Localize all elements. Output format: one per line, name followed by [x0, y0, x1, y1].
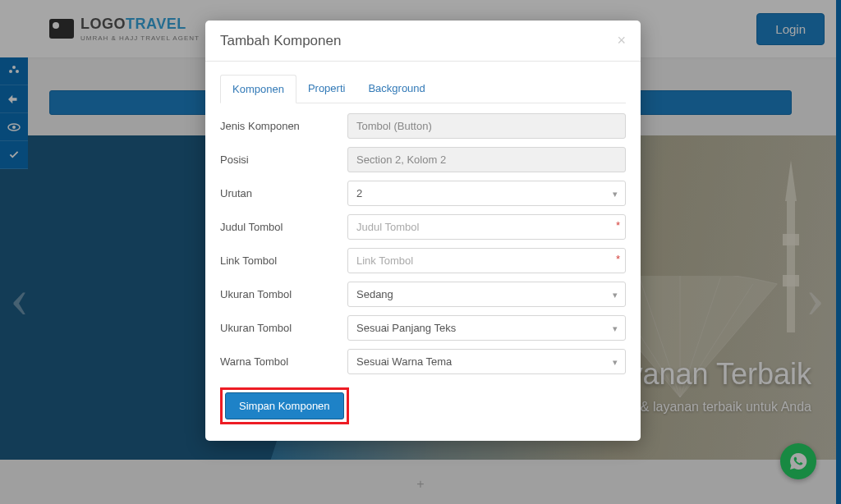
label-judul: Judul Tombol — [220, 221, 347, 233]
field-ukuran2[interactable] — [347, 315, 626, 341]
label-ukuran1: Ukuran Tombol — [220, 288, 347, 300]
modal-header: Tambah Komponen × — [205, 21, 641, 62]
label-jenis: Jenis Komponen — [220, 120, 347, 132]
label-urutan: Urutan — [220, 187, 347, 199]
label-link: Link Tombol — [220, 254, 347, 267]
label-warna: Warna Tombol — [220, 355, 347, 368]
field-jenis — [347, 113, 626, 139]
close-icon[interactable]: × — [617, 32, 626, 49]
label-ukuran2: Ukuran Tombol — [220, 322, 347, 334]
field-posisi — [347, 147, 626, 172]
field-urutan[interactable] — [347, 181, 626, 206]
save-component-button[interactable]: Simpan Komponen — [225, 392, 344, 419]
field-judul[interactable] — [347, 214, 626, 240]
submit-highlight-box: Simpan Komponen — [220, 387, 349, 424]
field-ukuran1[interactable] — [347, 282, 626, 307]
modal-body: Komponen Properti Background Jenis Kompo… — [205, 62, 641, 441]
tab-komponen[interactable]: Komponen — [220, 75, 296, 103]
add-component-modal: Tambah Komponen × Komponen Properti Back… — [205, 21, 641, 441]
tab-properti[interactable]: Properti — [296, 75, 357, 103]
label-posisi: Posisi — [220, 153, 347, 166]
tab-background[interactable]: Background — [356, 75, 436, 103]
field-link[interactable] — [347, 248, 626, 273]
modal-title: Tambah Komponen — [220, 33, 341, 49]
modal-tabs: Komponen Properti Background — [220, 75, 626, 103]
field-warna[interactable] — [347, 349, 626, 374]
